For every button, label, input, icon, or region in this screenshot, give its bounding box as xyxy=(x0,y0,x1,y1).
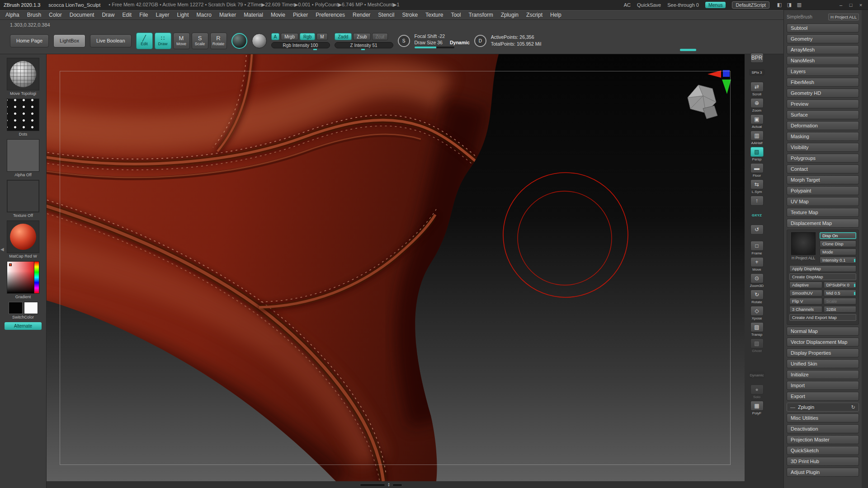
material-selector[interactable]: MatCap Red W xyxy=(7,221,39,258)
layout-grid-icon[interactable]: ▥ xyxy=(796,2,803,8)
brush-preview-sphere[interactable] xyxy=(252,33,267,48)
menu-item[interactable]: Preferences xyxy=(316,12,345,18)
tool-panel-button[interactable]: FiberMesh xyxy=(787,78,859,87)
lightbox-button[interactable]: LightBox xyxy=(53,34,85,47)
tool-panel-button[interactable]: Import xyxy=(787,381,859,390)
menu-item[interactable]: Alpha xyxy=(5,12,19,18)
polyf-button[interactable]: ▦ PolyF xyxy=(749,401,765,415)
color-a-toggle[interactable]: A xyxy=(271,33,280,40)
zplugin-item-button[interactable]: Misc Utilities xyxy=(787,413,859,422)
live-boolean-button[interactable]: Live Boolean xyxy=(90,34,132,47)
lsym-button[interactable]: ⇆ L.Sym xyxy=(749,179,765,194)
focal-shift-ring-icon[interactable]: S xyxy=(398,35,410,47)
dynamic-label[interactable]: Dynamic xyxy=(749,372,765,383)
xpose-button[interactable]: ◇ Xpose xyxy=(749,306,765,320)
switch-color-control[interactable]: SwitchColor xyxy=(9,302,38,319)
scroll-down-icon[interactable]: ▼ xyxy=(387,485,390,487)
channels-toggle[interactable]: 3 Channels xyxy=(789,306,822,313)
h-project-all-button[interactable]: H Project ALL xyxy=(828,14,859,20)
tool-panel-button[interactable]: Unified Skin xyxy=(787,359,859,368)
see-through-slider[interactable]: See-through 0 xyxy=(667,2,699,8)
menu-item[interactable]: Document xyxy=(70,12,94,18)
alpha-selector[interactable]: Alpha Off xyxy=(7,139,39,177)
tool-panel-button[interactable]: Deformation xyxy=(787,121,859,130)
bit-depth-toggle[interactable]: 32Bit xyxy=(824,306,857,313)
zoom3d-button[interactable]: ⊙ Zoom3D xyxy=(749,273,765,288)
document-canvas[interactable] xyxy=(47,54,745,481)
brush-selector[interactable]: Move Topologi xyxy=(7,58,39,96)
m-toggle[interactable]: M xyxy=(316,33,327,40)
move-button[interactable]: M Move xyxy=(173,33,190,49)
zplugin-item-button[interactable]: QuickSketch xyxy=(787,446,859,455)
alpha-thumbnail[interactable] xyxy=(7,139,39,172)
zoom-button[interactable]: ⊕ Zoom xyxy=(749,98,765,113)
menu-item[interactable]: Texture xyxy=(425,12,443,18)
scrollbar-track[interactable] xyxy=(360,483,385,487)
bpr-button[interactable]: BPR xyxy=(749,53,765,67)
menu-item[interactable]: Transform xyxy=(468,12,493,18)
tool-panel-button[interactable]: Morph Target xyxy=(787,175,859,184)
z-intensity-slider[interactable]: Z Intensity 51 xyxy=(335,42,393,48)
menus-toggle[interactable]: Menus xyxy=(705,2,726,8)
material-thumbnail-current[interactable] xyxy=(231,33,247,49)
alternate-control[interactable]: Alternate xyxy=(5,322,42,330)
tool-panel-button[interactable]: Normal Map xyxy=(787,327,859,336)
rgb-intensity-slider[interactable]: Rgb Intensity 100 xyxy=(271,42,330,48)
tray-collapse-arrow[interactable]: ◀ xyxy=(0,247,4,252)
menu-item[interactable]: Zscript xyxy=(526,12,542,18)
menu-item[interactable]: Edit xyxy=(122,12,132,18)
tool-panel-button[interactable]: Visibility xyxy=(787,143,859,152)
dynamic-toggle[interactable]: Dynamic xyxy=(450,39,470,46)
scrollbar-thumb[interactable] xyxy=(392,483,402,487)
tool-panel-button[interactable]: Texture Map xyxy=(787,208,859,217)
refresh-icon[interactable]: ↻ xyxy=(851,404,855,410)
tool-panel-button[interactable]: ArrayMesh xyxy=(787,45,859,54)
rotate3d-button[interactable]: ↻ Rotate xyxy=(749,290,765,304)
menu-item[interactable]: Macro xyxy=(197,12,212,18)
tool-panel-button[interactable]: Contact xyxy=(787,164,859,174)
alternate-button[interactable]: Alternate xyxy=(5,322,42,330)
transp-button[interactable]: ▨ Transp xyxy=(749,322,765,337)
flipv-toggle[interactable]: Flip V xyxy=(789,298,822,305)
rgb-toggle[interactable]: Rgb xyxy=(300,33,315,40)
tool-panel-button[interactable]: Vector Displacement Map xyxy=(787,338,859,347)
menu-item[interactable]: Marker xyxy=(219,12,236,18)
displacement-thumbnail[interactable] xyxy=(791,232,816,255)
stroke-thumbnail[interactable] xyxy=(7,99,39,131)
zcut-toggle[interactable]: Zcut xyxy=(372,33,388,40)
menu-item[interactable]: Help xyxy=(550,12,561,18)
texture-thumbnail[interactable] xyxy=(7,180,39,212)
ghost-button[interactable]: ▧ Ghost xyxy=(749,338,765,353)
gxyz-button[interactable]: GXYZ xyxy=(749,212,765,223)
zplugin-item-button[interactable]: 3D Print Hub xyxy=(787,457,859,466)
disp-intensity-slider[interactable]: Intensity 0.1 xyxy=(820,257,856,263)
solo-button[interactable]: ● Solo xyxy=(749,385,765,399)
spin-button[interactable]: ↺ xyxy=(749,225,765,239)
menu-item[interactable]: Layer xyxy=(156,12,170,18)
menu-item[interactable]: Zplugin xyxy=(501,12,519,18)
floor-button[interactable]: ▬ Floor xyxy=(749,163,765,178)
tool-panel-button[interactable]: UV Map xyxy=(787,197,859,206)
scale-toggle[interactable]: Scale xyxy=(824,298,857,305)
scroll-button[interactable]: ⇄ Scroll xyxy=(749,82,765,96)
up-axis-button[interactable]: ↑ xyxy=(749,196,765,210)
tool-panel-button[interactable]: Polypaint xyxy=(787,186,859,195)
menu-item[interactable]: Picker xyxy=(293,12,308,18)
texture-selector[interactable]: Texture Off xyxy=(7,180,39,218)
zplugin-item-button[interactable]: Deactivation xyxy=(787,424,859,433)
menu-item[interactable]: Movie xyxy=(271,12,285,18)
menu-item[interactable]: Color xyxy=(49,12,62,18)
brush-thumbnail[interactable] xyxy=(7,58,39,90)
tool-panel-button[interactable]: Surface xyxy=(787,110,859,119)
main-color-swatch[interactable] xyxy=(9,302,23,314)
close-icon[interactable]: × xyxy=(857,2,864,8)
edit-button[interactable]: ╱ Edit xyxy=(136,33,153,49)
secondary-color-swatch[interactable] xyxy=(24,302,38,314)
menu-item[interactable]: Stencil xyxy=(378,12,394,18)
draw-button[interactable]: ∷ Draw xyxy=(155,33,171,49)
layout-right-icon[interactable]: ◨ xyxy=(786,2,793,8)
tool-panel-button[interactable]: Masking xyxy=(787,132,859,141)
displacement-map-header[interactable]: Displacement Map xyxy=(787,219,859,228)
frame-button[interactable]: □ Frame xyxy=(749,241,765,255)
disp-mode-toggle[interactable]: Mode xyxy=(820,249,856,255)
